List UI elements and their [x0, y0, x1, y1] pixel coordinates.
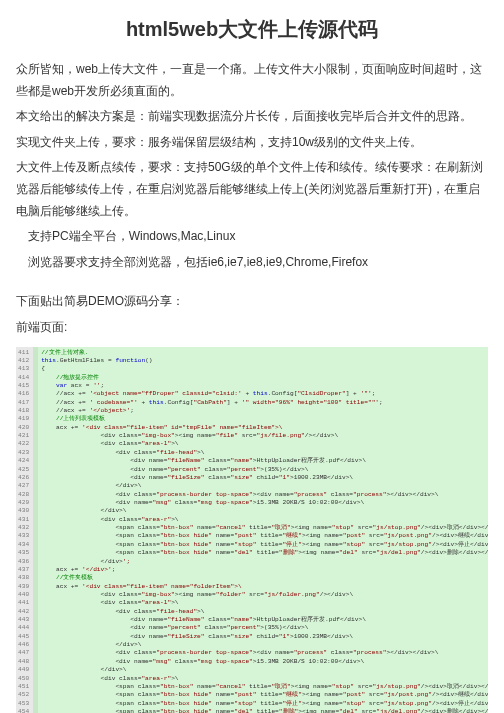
code-body: //文件上传对象. this.GetHtmlFiles = function()…: [33, 347, 488, 713]
code-gutter: 411 412 413 414 415 416 417 418 419 420 …: [16, 347, 33, 713]
para-intro: 众所皆知，web上传大文件，一直是一个痛。上传文件大小限制，页面响应时间超时，这…: [16, 59, 488, 102]
para-bigfile: 大文件上传及断点续传，要求：支持50G级的单个文件上传和续传。续传要求：在刷新浏…: [16, 157, 488, 222]
para-folder: 实现文件夹上传，要求：服务端保留层级结构，支持10w级别的文件夹上传。: [16, 132, 488, 154]
page-title: html5web大文件上传源代码: [16, 16, 488, 43]
para-browser: 浏览器要求支持全部浏览器，包括ie6,ie7,ie8,ie9,Chrome,Fi…: [16, 252, 488, 274]
para-platform: 支持PC端全平台，Windows,Mac,Linux: [16, 226, 488, 248]
code-block: 411 412 413 414 415 416 417 418 419 420 …: [16, 347, 488, 713]
para-solution: 本文给出的解决方案是：前端实现数据流分片长传，后面接收完毕后合并文件的思路。: [16, 106, 488, 128]
frontend-label: 前端页面:: [16, 317, 488, 339]
demo-label: 下面贴出简易DEMO源码分享：: [16, 291, 488, 313]
